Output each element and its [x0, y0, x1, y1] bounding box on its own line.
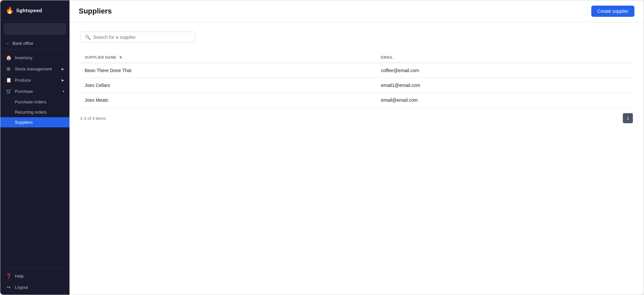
page-title: Suppliers	[79, 7, 112, 15]
items-count: 1-3 of 3 items	[80, 116, 106, 121]
table-row[interactable]: Joes Cellars email1@email.com	[80, 78, 633, 93]
sidebar-item-produce[interactable]: 📋 Produce ▶	[0, 74, 70, 86]
cell-supplier-name: Joes Cellars	[80, 78, 377, 93]
sidebar-item-produce-label: Produce	[15, 78, 31, 83]
topbar: Suppliers Create supplier	[70, 0, 644, 22]
cell-supplier-name: Joes Meats	[80, 93, 377, 108]
sidebar-item-recurring-orders[interactable]: Recurring orders	[0, 107, 70, 117]
create-supplier-button[interactable]: Create supplier	[591, 6, 634, 17]
help-label: Help	[15, 274, 24, 279]
search-input[interactable]	[93, 35, 190, 40]
sidebar-item-logout[interactable]: ↪ Logout	[0, 282, 70, 293]
sidebar: 🔥 lightspeed ← Back office 🏠 Inventory ⊞…	[0, 0, 70, 295]
chevron-down-icon: ▾	[63, 90, 64, 93]
logo-icon: 🔥	[6, 6, 14, 14]
cell-email: email1@email.com	[377, 78, 633, 93]
produce-icon: 📋	[6, 77, 12, 83]
logo: 🔥 lightspeed	[0, 0, 70, 20]
sidebar-item-purchase-label: Purchase	[15, 89, 33, 94]
search-bar[interactable]: 🔍	[80, 32, 195, 43]
sidebar-item-suppliers[interactable]: Suppliers	[0, 117, 70, 127]
table-footer: 1-3 of 3 items 1	[80, 113, 633, 123]
table-header: SUPPLIER NAME ⇅ EMAIL	[80, 52, 633, 63]
cell-email: email@email.com	[377, 93, 633, 108]
chevron-right-icon: ▶	[62, 67, 64, 71]
sidebar-item-purchase[interactable]: 🛒 Purchase ▾	[0, 86, 70, 97]
search-icon: 🔍	[85, 35, 91, 40]
recurring-orders-label: Recurring orders	[15, 110, 47, 115]
back-label: Back office	[13, 41, 33, 46]
chevron-right-icon-2: ▶	[62, 78, 64, 82]
sidebar-item-stock-label: Stock management	[15, 67, 52, 71]
page-1-button[interactable]: 1	[623, 113, 633, 123]
main-content: Suppliers Create supplier 🔍 SUPPLIER NAM…	[70, 0, 644, 295]
home-icon: 🏠	[6, 55, 12, 60]
table-body: Bean There Done That coffee@email.com Jo…	[80, 63, 633, 108]
table-row[interactable]: Bean There Done That coffee@email.com	[80, 63, 633, 78]
sidebar-nav: 🏠 Inventory ⊞ Stock management ▶ 📋 Produ…	[0, 49, 70, 267]
logout-label: Logout	[15, 285, 28, 290]
cell-email: coffee@email.com	[377, 63, 633, 78]
col-email: EMAIL	[377, 52, 633, 63]
sidebar-bottom: ❓ Help ↪ Logout	[0, 267, 70, 295]
sort-icon: ⇅	[119, 56, 122, 59]
purchase-icon: 🛒	[6, 89, 12, 94]
help-icon: ❓	[6, 273, 12, 279]
col-supplier-name[interactable]: SUPPLIER NAME ⇅	[80, 52, 377, 63]
account-selector[interactable]	[4, 23, 66, 35]
back-office-link[interactable]: ← Back office	[0, 38, 70, 49]
grid-icon: ⊞	[6, 66, 12, 71]
content-area: 🔍 SUPPLIER NAME ⇅ EMAIL	[70, 22, 644, 295]
purchase-orders-label: Purchase orders	[15, 99, 46, 104]
sidebar-item-inventory[interactable]: 🏠 Inventory	[0, 52, 70, 63]
back-icon: ←	[6, 41, 10, 46]
table-row[interactable]: Joes Meats email@email.com	[80, 93, 633, 108]
suppliers-table: SUPPLIER NAME ⇅ EMAIL Bean There Done Th…	[80, 52, 633, 108]
sidebar-item-stock-management[interactable]: ⊞ Stock management ▶	[0, 63, 70, 74]
sidebar-item-inventory-label: Inventory	[15, 55, 32, 60]
cell-supplier-name: Bean There Done That	[80, 63, 377, 78]
pagination: 1	[623, 113, 633, 123]
sidebar-item-help[interactable]: ❓ Help	[0, 270, 70, 282]
sidebar-item-purchase-orders[interactable]: Purchase orders	[0, 97, 70, 107]
logo-text: lightspeed	[16, 8, 42, 13]
suppliers-label: Suppliers	[15, 120, 33, 125]
logout-icon: ↪	[6, 284, 12, 290]
